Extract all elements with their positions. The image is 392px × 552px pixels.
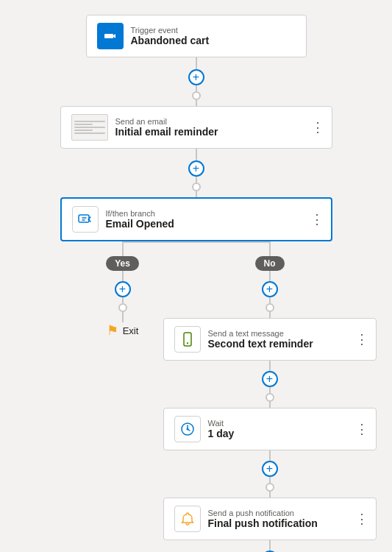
push-menu-icon[interactable]: ⋮ bbox=[355, 512, 368, 526]
wait-icon bbox=[174, 416, 201, 442]
branch-title: Email Opened bbox=[106, 218, 174, 230]
line-1b bbox=[196, 85, 197, 91]
push-label: Send a push notification bbox=[208, 509, 318, 517]
workflow-canvas: Trigger event Abandoned cart + Send an e… bbox=[0, 0, 392, 552]
branch-icon bbox=[72, 206, 99, 233]
circle-1 bbox=[192, 91, 201, 100]
trigger-title: Abandoned cart bbox=[131, 35, 210, 46]
wait-label: Wait bbox=[208, 419, 235, 428]
email-title: Initial email reminder bbox=[115, 126, 218, 138]
circle-no bbox=[266, 303, 274, 312]
svg-point-5 bbox=[186, 428, 188, 431]
branch-menu-icon[interactable]: ⋮ bbox=[310, 213, 324, 226]
wait-title: 1 day bbox=[208, 428, 235, 439]
circle-sms bbox=[266, 393, 274, 402]
line-1c bbox=[196, 100, 197, 106]
sms-menu-icon[interactable]: ⋮ bbox=[355, 333, 368, 346]
svg-rect-0 bbox=[104, 34, 113, 38]
circle-2 bbox=[192, 183, 201, 191]
wait-text: Wait 1 day bbox=[208, 419, 235, 439]
add-button-sms[interactable]: + bbox=[262, 371, 278, 387]
add-button-no[interactable]: + bbox=[262, 281, 278, 297]
trigger-icon bbox=[97, 23, 124, 49]
connector-1: + bbox=[188, 57, 204, 106]
branch-h-container: Yes + ⚑ Exit No + bbox=[49, 241, 343, 552]
yes-label: Yes bbox=[106, 256, 139, 271]
connector-sms: + bbox=[262, 361, 278, 408]
trigger-label: Trigger event bbox=[131, 26, 210, 35]
connector-wait: + bbox=[262, 450, 278, 498]
add-button-wait[interactable]: + bbox=[262, 461, 278, 477]
sms-title: Second text reminder bbox=[208, 338, 313, 350]
email-label: Send an email bbox=[115, 117, 218, 126]
trigger-text: Trigger event Abandoned cart bbox=[131, 26, 210, 46]
sms-label: Send a text message bbox=[208, 329, 313, 338]
branch-text: If/then branch Email Opened bbox=[106, 209, 174, 230]
sms-text: Send a text message Second text reminder bbox=[208, 329, 313, 350]
branch-top-hline bbox=[123, 241, 270, 243]
line-2b bbox=[196, 177, 197, 183]
circle-yes bbox=[118, 303, 127, 312]
sms-node[interactable]: Send a text message Second text reminder… bbox=[163, 318, 377, 361]
trigger-node[interactable]: Trigger event Abandoned cart bbox=[86, 15, 307, 57]
branch-node[interactable]: If/then branch Email Opened ⋮ bbox=[60, 197, 332, 241]
line-2c bbox=[196, 191, 197, 197]
push-text: Send a push notification Final push noti… bbox=[208, 509, 318, 529]
sms-icon bbox=[174, 326, 201, 353]
branch-split-area: Yes + ⚑ Exit No + bbox=[49, 241, 343, 552]
push-node[interactable]: Send a push notification Final push noti… bbox=[163, 498, 377, 540]
connector-push: + bbox=[262, 540, 278, 552]
svg-rect-1 bbox=[79, 215, 89, 222]
email-thumbnail bbox=[71, 114, 108, 141]
exit-left-label: Exit bbox=[123, 325, 139, 336]
circle-wait bbox=[266, 483, 274, 492]
email-text: Send an email Initial email reminder bbox=[115, 117, 218, 138]
add-button-2[interactable]: + bbox=[188, 160, 204, 177]
wait-node[interactable]: Wait 1 day ⋮ bbox=[163, 408, 377, 450]
line-1 bbox=[196, 57, 197, 69]
no-label: No bbox=[255, 256, 285, 271]
line-2 bbox=[196, 149, 197, 160]
email-menu-icon[interactable]: ⋮ bbox=[311, 121, 324, 134]
connector-2: + bbox=[188, 149, 204, 197]
branch-label: If/then branch bbox=[106, 209, 174, 218]
push-title: Final push notification bbox=[208, 517, 318, 529]
wait-menu-icon[interactable]: ⋮ bbox=[355, 422, 368, 436]
no-branch: No + Send bbox=[196, 241, 343, 552]
exit-left-flag: ⚑ bbox=[107, 322, 118, 339]
exit-left-node: ⚑ Exit bbox=[107, 322, 139, 339]
email-node[interactable]: Send an email Initial email reminder ⋮ bbox=[60, 106, 332, 149]
add-button-1[interactable]: + bbox=[188, 69, 204, 85]
add-button-yes[interactable]: + bbox=[115, 281, 131, 297]
push-icon bbox=[174, 506, 201, 532]
